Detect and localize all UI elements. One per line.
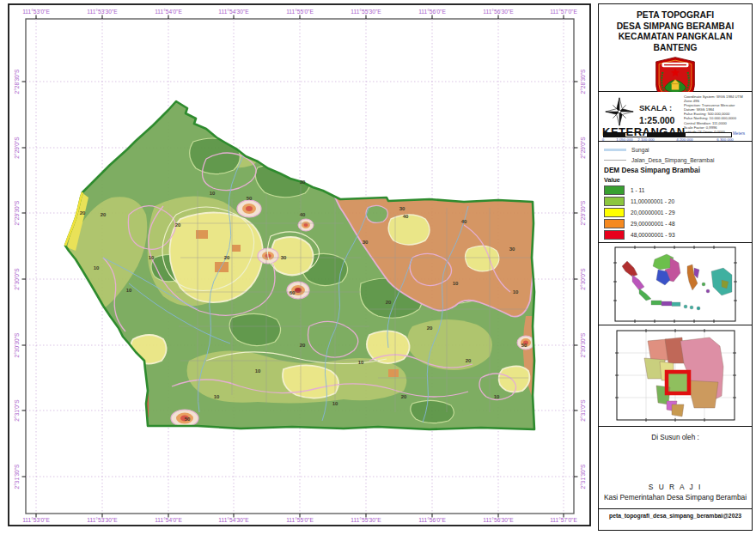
legend-line-label: Jalan_Desa_Simpang_Berambai: [631, 157, 714, 163]
map-title-line1: PETA TOPOGRAFI: [599, 10, 752, 21]
inset-indonesia: [599, 243, 752, 325]
scale-units-label: Meters: [733, 131, 745, 136]
legend-class-swatch: [604, 197, 625, 206]
legend-class-label: 1 - 11: [631, 187, 644, 193]
compass-rose-icon: [603, 95, 636, 128]
legend-dem-title: DEM Desa Simpang Brambai: [604, 167, 752, 174]
legend-class-swatch: [604, 219, 625, 228]
credits-block: Di Susun oleh : S U R A J I Kasi Pemerin…: [599, 427, 752, 509]
inset-regency: [599, 325, 752, 427]
scale-block: SKALA : 1:25.000 Coordinate System: WGS …: [599, 92, 752, 142]
legend-class-label: 29,00000001 - 48: [631, 221, 675, 227]
road-line-swatch: [604, 160, 626, 161]
credits-heading: Di Susun oleh :: [599, 434, 752, 441]
scale-value: 1:25.000: [639, 115, 674, 125]
map-title-line3: KECAMATAN PANGKALAN BANTENG: [599, 32, 752, 53]
legend-value-label: Value: [604, 176, 752, 184]
map-title-line2: DESA SIMPANG BERAMBAI: [599, 21, 752, 33]
legend-class-swatch: [604, 185, 625, 195]
legend-line-label: Sungai: [631, 147, 649, 153]
footer-block: peta_topografi_desa_simpang_berambai@202…: [599, 509, 752, 524]
projection-info-line: Coordinate System: WGS 1984 UTM Zone 49S: [684, 94, 752, 103]
main-map-canvas: [0, 0, 594, 535]
legend-class-item: 1 - 11: [604, 185, 752, 196]
inset-indonesia-map: [613, 246, 737, 323]
legend-class-swatch: [604, 230, 625, 240]
legend-line-item: Sungai: [604, 144, 752, 155]
legend-class-item: 20,00000001 - 29: [604, 207, 752, 218]
map-sheet: 111°53'0"E111°53'0"E111°53'30"E111°53'30…: [0, 0, 594, 535]
page: { "map": { "grid": { "lon_labels": ["111…: [0, 0, 756, 535]
legend-line-items: SungaiJalan_Desa_Simpang_Berambai: [604, 144, 752, 165]
footer-filename: peta_topografi_desa_simpang_berambai@202…: [599, 509, 752, 523]
legend-line-item: Jalan_Desa_Simpang_Berambai: [604, 155, 752, 165]
title-block: PETA TOPOGRAFI DESA SIMPANG BERAMBAI KEC…: [599, 4, 752, 92]
legend-class-item: 29,00000001 - 48: [604, 218, 752, 229]
legend-heading: KETERANGAN: [602, 125, 686, 138]
river-line-swatch: [604, 149, 626, 151]
scale-bar-segment: [686, 133, 726, 137]
legend-class-item: 48,00000001 - 93: [604, 229, 752, 240]
scale-label: SKALA :: [639, 103, 672, 112]
legend-class-label: 20,00000001 - 29: [631, 210, 675, 216]
legend-class-swatch: [604, 208, 625, 217]
legend-class-item: 11,00000001 - 20: [604, 196, 752, 207]
legend-block: SungaiJalan_Desa_Simpang_Berambai DEM De…: [599, 142, 752, 243]
credits-name: S U R A J I: [599, 483, 752, 491]
legend-class-list: 1 - 1111,00000001 - 2020,00000001 - 2929…: [604, 185, 752, 240]
credits-role: Kasi Pemerintahan Desa Simpang Berambai: [599, 493, 752, 502]
legend-class-label: 48,00000001 - 93: [631, 232, 675, 238]
inset-regency-map: [615, 329, 736, 422]
legend-class-label: 11,00000001 - 20: [631, 198, 674, 204]
layout-sidebar: PETA TOPOGRAFI DESA SIMPANG BERAMBAI KEC…: [598, 3, 753, 531]
